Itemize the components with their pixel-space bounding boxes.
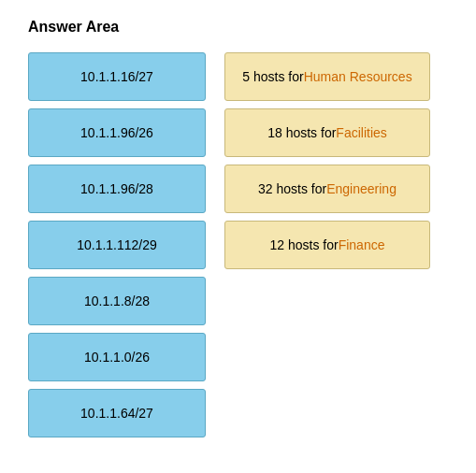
dept-prefix-1: 5 hosts for	[242, 69, 303, 84]
drag-area: 10.1.1.16/27 10.1.1.96/26 10.1.1.96/28 1…	[28, 52, 448, 437]
dept-item-3[interactable]: 32 hosts for Engineering	[224, 165, 430, 213]
dept-highlight-3: Engineering	[326, 181, 397, 196]
ip-item-2[interactable]: 10.1.1.96/26	[28, 108, 206, 157]
dept-highlight-4: Finance	[339, 237, 385, 252]
answer-area-container: Answer Area 10.1.1.16/27 10.1.1.96/26 10…	[28, 19, 448, 437]
ip-item-4[interactable]: 10.1.1.112/29	[28, 221, 206, 269]
ip-item-1[interactable]: 10.1.1.16/27	[28, 52, 206, 101]
dept-item-1[interactable]: 5 hosts for Human Resources	[224, 52, 430, 101]
dept-item-4[interactable]: 12 hosts for Finance	[224, 221, 430, 269]
dept-highlight-2: Facilities	[336, 125, 386, 140]
right-column: 5 hosts for Human Resources 18 hosts for…	[224, 52, 430, 269]
dept-prefix-4: 12 hosts for	[270, 237, 339, 252]
ip-item-6[interactable]: 10.1.1.0/26	[28, 333, 206, 381]
ip-item-3[interactable]: 10.1.1.96/28	[28, 165, 206, 213]
page-title: Answer Area	[28, 19, 448, 36]
dept-prefix-3: 32 hosts for	[258, 181, 326, 196]
ip-item-7[interactable]: 10.1.1.64/27	[28, 389, 206, 437]
ip-item-5[interactable]: 10.1.1.8/28	[28, 277, 206, 325]
left-column: 10.1.1.16/27 10.1.1.96/26 10.1.1.96/28 1…	[28, 52, 206, 437]
dept-item-2[interactable]: 18 hosts for Facilities	[224, 108, 430, 157]
dept-prefix-2: 18 hosts for	[267, 125, 336, 140]
dept-highlight-1: Human Resources	[304, 69, 412, 84]
